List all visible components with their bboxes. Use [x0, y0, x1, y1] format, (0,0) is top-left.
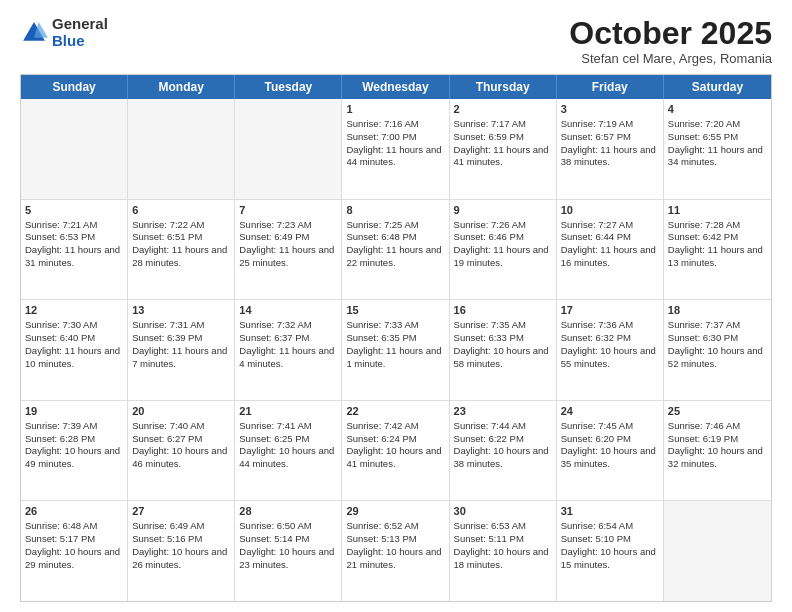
day-info: Sunrise: 7:33 AM Sunset: 6:35 PM Dayligh… [346, 319, 441, 368]
day-info: Sunrise: 7:16 AM Sunset: 7:00 PM Dayligh… [346, 118, 441, 167]
calendar-cell: 29Sunrise: 6:52 AM Sunset: 5:13 PM Dayli… [342, 501, 449, 601]
calendar-row: 19Sunrise: 7:39 AM Sunset: 6:28 PM Dayli… [21, 401, 771, 502]
day-number: 2 [454, 102, 552, 117]
day-info: Sunrise: 7:39 AM Sunset: 6:28 PM Dayligh… [25, 420, 120, 469]
day-number: 31 [561, 504, 659, 519]
location-subtitle: Stefan cel Mare, Arges, Romania [569, 51, 772, 66]
day-number: 25 [668, 404, 767, 419]
day-number: 12 [25, 303, 123, 318]
day-info: Sunrise: 7:35 AM Sunset: 6:33 PM Dayligh… [454, 319, 549, 368]
calendar-header: SundayMondayTuesdayWednesdayThursdayFrid… [21, 75, 771, 99]
day-number: 13 [132, 303, 230, 318]
day-info: Sunrise: 6:48 AM Sunset: 5:17 PM Dayligh… [25, 520, 120, 569]
page: General Blue October 2025 Stefan cel Mar… [0, 0, 792, 612]
day-info: Sunrise: 7:31 AM Sunset: 6:39 PM Dayligh… [132, 319, 227, 368]
calendar-row: 12Sunrise: 7:30 AM Sunset: 6:40 PM Dayli… [21, 300, 771, 401]
weekday-header: Thursday [450, 75, 557, 99]
calendar-body: 1Sunrise: 7:16 AM Sunset: 7:00 PM Daylig… [21, 99, 771, 601]
day-number: 22 [346, 404, 444, 419]
calendar-cell: 16Sunrise: 7:35 AM Sunset: 6:33 PM Dayli… [450, 300, 557, 400]
day-info: Sunrise: 7:37 AM Sunset: 6:30 PM Dayligh… [668, 319, 763, 368]
day-info: Sunrise: 7:20 AM Sunset: 6:55 PM Dayligh… [668, 118, 763, 167]
day-info: Sunrise: 7:19 AM Sunset: 6:57 PM Dayligh… [561, 118, 656, 167]
calendar-cell: 24Sunrise: 7:45 AM Sunset: 6:20 PM Dayli… [557, 401, 664, 501]
weekday-header: Saturday [664, 75, 771, 99]
calendar-cell: 31Sunrise: 6:54 AM Sunset: 5:10 PM Dayli… [557, 501, 664, 601]
day-info: Sunrise: 6:50 AM Sunset: 5:14 PM Dayligh… [239, 520, 334, 569]
calendar-cell: 11Sunrise: 7:28 AM Sunset: 6:42 PM Dayli… [664, 200, 771, 300]
day-info: Sunrise: 7:27 AM Sunset: 6:44 PM Dayligh… [561, 219, 656, 268]
calendar-cell: 7Sunrise: 7:23 AM Sunset: 6:49 PM Daylig… [235, 200, 342, 300]
calendar-cell [664, 501, 771, 601]
calendar-cell: 1Sunrise: 7:16 AM Sunset: 7:00 PM Daylig… [342, 99, 449, 199]
calendar-cell: 19Sunrise: 7:39 AM Sunset: 6:28 PM Dayli… [21, 401, 128, 501]
day-number: 10 [561, 203, 659, 218]
day-number: 21 [239, 404, 337, 419]
day-number: 26 [25, 504, 123, 519]
calendar-cell: 15Sunrise: 7:33 AM Sunset: 6:35 PM Dayli… [342, 300, 449, 400]
header: General Blue October 2025 Stefan cel Mar… [20, 16, 772, 66]
day-info: Sunrise: 7:40 AM Sunset: 6:27 PM Dayligh… [132, 420, 227, 469]
calendar-cell: 9Sunrise: 7:26 AM Sunset: 6:46 PM Daylig… [450, 200, 557, 300]
day-number: 23 [454, 404, 552, 419]
calendar-cell: 22Sunrise: 7:42 AM Sunset: 6:24 PM Dayli… [342, 401, 449, 501]
day-info: Sunrise: 7:42 AM Sunset: 6:24 PM Dayligh… [346, 420, 441, 469]
day-number: 7 [239, 203, 337, 218]
day-number: 28 [239, 504, 337, 519]
calendar-cell [235, 99, 342, 199]
calendar-cell: 17Sunrise: 7:36 AM Sunset: 6:32 PM Dayli… [557, 300, 664, 400]
calendar-cell: 14Sunrise: 7:32 AM Sunset: 6:37 PM Dayli… [235, 300, 342, 400]
day-number: 29 [346, 504, 444, 519]
calendar-cell: 10Sunrise: 7:27 AM Sunset: 6:44 PM Dayli… [557, 200, 664, 300]
month-title: October 2025 [569, 16, 772, 51]
day-number: 18 [668, 303, 767, 318]
calendar-row: 5Sunrise: 7:21 AM Sunset: 6:53 PM Daylig… [21, 200, 771, 301]
day-number: 24 [561, 404, 659, 419]
day-number: 4 [668, 102, 767, 117]
day-number: 19 [25, 404, 123, 419]
day-info: Sunrise: 6:49 AM Sunset: 5:16 PM Dayligh… [132, 520, 227, 569]
day-info: Sunrise: 7:21 AM Sunset: 6:53 PM Dayligh… [25, 219, 120, 268]
day-info: Sunrise: 7:25 AM Sunset: 6:48 PM Dayligh… [346, 219, 441, 268]
day-info: Sunrise: 7:32 AM Sunset: 6:37 PM Dayligh… [239, 319, 334, 368]
calendar-cell [128, 99, 235, 199]
day-info: Sunrise: 7:44 AM Sunset: 6:22 PM Dayligh… [454, 420, 549, 469]
logo-blue-text: Blue [52, 33, 108, 50]
calendar-cell: 25Sunrise: 7:46 AM Sunset: 6:19 PM Dayli… [664, 401, 771, 501]
day-number: 8 [346, 203, 444, 218]
day-number: 15 [346, 303, 444, 318]
weekday-header: Friday [557, 75, 664, 99]
calendar-cell: 2Sunrise: 7:17 AM Sunset: 6:59 PM Daylig… [450, 99, 557, 199]
day-number: 14 [239, 303, 337, 318]
calendar-cell [21, 99, 128, 199]
calendar-cell: 27Sunrise: 6:49 AM Sunset: 5:16 PM Dayli… [128, 501, 235, 601]
day-info: Sunrise: 6:52 AM Sunset: 5:13 PM Dayligh… [346, 520, 441, 569]
day-number: 5 [25, 203, 123, 218]
logo-icon [20, 19, 48, 47]
day-number: 20 [132, 404, 230, 419]
calendar-cell: 8Sunrise: 7:25 AM Sunset: 6:48 PM Daylig… [342, 200, 449, 300]
day-info: Sunrise: 7:46 AM Sunset: 6:19 PM Dayligh… [668, 420, 763, 469]
day-info: Sunrise: 7:41 AM Sunset: 6:25 PM Dayligh… [239, 420, 334, 469]
title-block: October 2025 Stefan cel Mare, Arges, Rom… [569, 16, 772, 66]
calendar-cell: 28Sunrise: 6:50 AM Sunset: 5:14 PM Dayli… [235, 501, 342, 601]
calendar-row: 26Sunrise: 6:48 AM Sunset: 5:17 PM Dayli… [21, 501, 771, 601]
calendar-cell: 6Sunrise: 7:22 AM Sunset: 6:51 PM Daylig… [128, 200, 235, 300]
day-info: Sunrise: 6:53 AM Sunset: 5:11 PM Dayligh… [454, 520, 549, 569]
calendar-cell: 18Sunrise: 7:37 AM Sunset: 6:30 PM Dayli… [664, 300, 771, 400]
day-info: Sunrise: 7:17 AM Sunset: 6:59 PM Dayligh… [454, 118, 549, 167]
calendar-cell: 20Sunrise: 7:40 AM Sunset: 6:27 PM Dayli… [128, 401, 235, 501]
logo: General Blue [20, 16, 108, 49]
weekday-header: Monday [128, 75, 235, 99]
calendar-cell: 12Sunrise: 7:30 AM Sunset: 6:40 PM Dayli… [21, 300, 128, 400]
day-info: Sunrise: 7:23 AM Sunset: 6:49 PM Dayligh… [239, 219, 334, 268]
day-number: 30 [454, 504, 552, 519]
calendar-cell: 21Sunrise: 7:41 AM Sunset: 6:25 PM Dayli… [235, 401, 342, 501]
weekday-header: Tuesday [235, 75, 342, 99]
day-number: 9 [454, 203, 552, 218]
logo-general-text: General [52, 16, 108, 33]
calendar-cell: 3Sunrise: 7:19 AM Sunset: 6:57 PM Daylig… [557, 99, 664, 199]
calendar-cell: 4Sunrise: 7:20 AM Sunset: 6:55 PM Daylig… [664, 99, 771, 199]
day-number: 17 [561, 303, 659, 318]
day-number: 3 [561, 102, 659, 117]
